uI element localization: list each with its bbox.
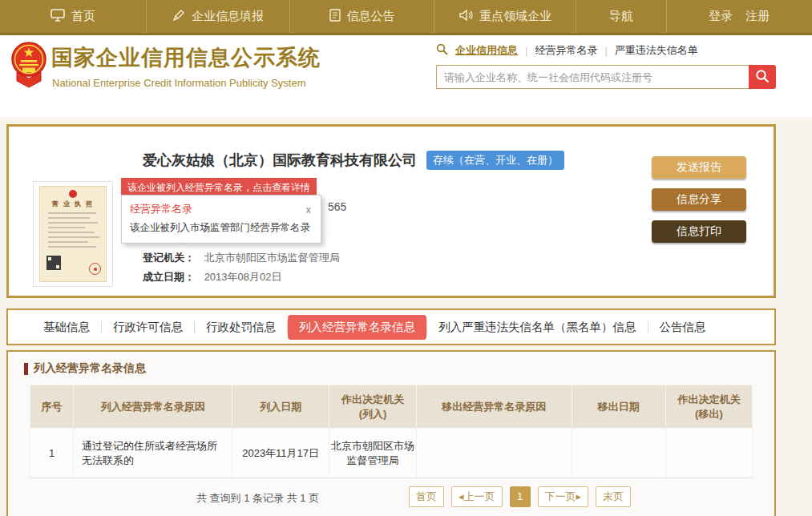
- search-button[interactable]: [749, 65, 776, 89]
- tab-serious-illegal-blacklist[interactable]: 列入严重违法失信名单（黑名单）信息: [427, 320, 648, 335]
- main-content: 营 业 执 照 爱心灰姑娘（北京）国际教育科技有限公司 存续（在营、开业、在册）…: [0, 117, 812, 516]
- pen-icon: [172, 9, 185, 24]
- col-header-deciding-authority-out: 作出决定机关 (移出): [665, 385, 752, 429]
- field-value: 2013年08月02日: [204, 271, 282, 283]
- cell-inclusion-date: 2023年11月17日: [232, 429, 329, 478]
- bulletin-icon: [329, 9, 341, 24]
- status-badge: 存续（在营、开业、在册）: [426, 151, 564, 170]
- search-bar: [436, 65, 776, 89]
- license-text-line: [48, 212, 96, 214]
- print-info-button[interactable]: 信息打印: [652, 220, 746, 243]
- search-scope-tabs: 企业信用信息 | 经营异常名录 | 严重违法失信名单: [436, 43, 776, 58]
- table-footer: 共 查询到 1 条记录 共 1 页 首页 ◂上一页 1 下一页▸ 末页: [8, 482, 774, 514]
- nav-item-label: 导航: [609, 9, 633, 24]
- cell-inclusion-reason: 通过登记的住所或者经营场所无法联系的: [74, 429, 232, 478]
- section-title: 列入经营异常名录信息: [34, 361, 146, 376]
- nav-item-label: 信息公告: [347, 9, 395, 24]
- license-text-line: [48, 227, 85, 228]
- license-title: 营 业 执 照: [40, 200, 106, 208]
- top-navigation: 首页 企业信息填报 信息公告 重点领域企业 导航 登录 注册: [0, 0, 812, 35]
- search-tab-illegal-list[interactable]: 严重违法失信名单: [615, 43, 698, 58]
- nav-item-label: 首页: [71, 9, 95, 24]
- col-header-inclusion-reason: 列入经营异常名录原因: [74, 385, 232, 429]
- table-header-row: 序号 列入经营异常名录原因 列入日期 作出决定机关 (列入) 移出经营异常名录原…: [30, 385, 753, 429]
- cell-removal-date: [572, 429, 665, 478]
- search-icon: [436, 43, 448, 58]
- field-label: 成立日期：: [143, 271, 195, 283]
- license-text-line: [48, 232, 95, 233]
- license-text-line: [48, 217, 90, 219]
- section-title-bar: [24, 363, 28, 375]
- company-name-row: 爱心灰姑娘（北京）国际教育科技有限公司 存续（在营、开业、在册）: [143, 151, 564, 170]
- abnormal-popup: 经营异常名录 x 该企业被列入市场监管部门经营异常名录: [121, 195, 321, 244]
- search-input[interactable]: [436, 65, 749, 89]
- col-header-removal-reason: 移出经营异常名录原因: [417, 385, 572, 429]
- section-title-row: 列入经营异常名录信息: [24, 361, 146, 376]
- first-page-button[interactable]: 首页: [409, 486, 444, 507]
- tab-abnormal-operations[interactable]: 列入经营异常名录信息: [288, 315, 426, 340]
- field-label: 登记机关：: [143, 252, 195, 264]
- monitor-icon: [50, 9, 65, 24]
- search-tab-credit-info[interactable]: 企业信用信息: [455, 43, 518, 58]
- license-text-line: [48, 241, 88, 243]
- business-license-thumbnail[interactable]: 营 业 执 照: [33, 181, 113, 287]
- search-area: 企业信用信息 | 经营异常名录 | 严重违法失信名单: [436, 43, 776, 89]
- tab-administrative-license[interactable]: 行政许可信息: [102, 320, 194, 335]
- field-value: 北京市朝阳区市场监督管理局: [204, 252, 340, 264]
- abnormal-list-card: 列入经营异常名录信息 序号 列入经营异常名录原因 列入日期 作出决定机关 (列入…: [6, 350, 776, 516]
- col-header-inclusion-date: 列入日期: [232, 385, 329, 429]
- nav-item-navigation-menu[interactable]: 导航: [576, 0, 667, 33]
- site-title: 国家企业信用信息公示系统: [51, 43, 321, 72]
- company-summary-card: 营 业 执 照 爱心灰姑娘（北京）国际教育科技有限公司 存续（在营、开业、在册）…: [6, 124, 776, 298]
- prev-page-button[interactable]: ◂上一页: [451, 486, 503, 507]
- abnormal-operations-table: 序号 列入经营异常名录原因 列入日期 作出决定机关 (列入) 移出经营异常名录原…: [30, 385, 753, 478]
- current-page-button[interactable]: 1: [510, 486, 531, 507]
- cell-deciding-authority-in: 北京市朝阳区市场监督管理局: [329, 429, 416, 478]
- site-header: 国家企业信用信息公示系统 National Enterprise Credit …: [0, 35, 812, 117]
- send-report-button[interactable]: 发送报告: [652, 156, 746, 179]
- field-establishment-date: 成立日期： 2013年08月02日: [143, 270, 340, 281]
- license-text-line: [48, 246, 96, 248]
- register-link[interactable]: 注册: [745, 9, 770, 24]
- last-page-button[interactable]: 末页: [596, 486, 631, 507]
- license-qr-code: [46, 256, 61, 270]
- pagination: 首页 ◂上一页 1 下一页▸ 末页: [409, 486, 631, 507]
- col-header-removal-date: 移出日期: [572, 385, 665, 429]
- detail-tabs-card: 基础信息 行政许可信息 行政处罚信息 列入经营异常名录信息 列入严重违法失信名单…: [6, 308, 776, 345]
- nav-item-auth: 登录 注册: [667, 0, 811, 33]
- nav-item-label: 重点领域企业: [479, 9, 551, 24]
- col-header-deciding-authority-in: 作出决定机关 (列入): [329, 385, 416, 429]
- record-summary: 共 查询到 1 条记录 共 1 页: [196, 491, 319, 506]
- site-subtitle: National Enterprise Credit Information P…: [52, 77, 305, 89]
- license-seal-icon: [89, 263, 101, 275]
- tab-administrative-penalty[interactable]: 行政处罚信息: [195, 320, 287, 335]
- nav-item-home[interactable]: 首页: [0, 0, 147, 33]
- divider: |: [525, 45, 527, 57]
- nav-item-key-field-enterprises[interactable]: 重点领域企业: [434, 0, 576, 33]
- divider: |: [604, 45, 607, 57]
- nav-item-announcements[interactable]: 信息公告: [290, 0, 434, 33]
- share-info-button[interactable]: 信息分享: [652, 188, 746, 211]
- search-tab-abnormal-list[interactable]: 经营异常名录: [535, 43, 597, 58]
- license-text-line: [48, 236, 99, 238]
- abnormal-popup-title: 经营异常名录: [130, 202, 192, 216]
- tab-basic-info[interactable]: 基础信息: [32, 320, 101, 335]
- license-text-line: [48, 222, 98, 224]
- abnormal-popup-body: 该企业被列入市场监管部门经营异常名录: [122, 218, 321, 243]
- cell-seq: 1: [30, 429, 74, 478]
- table-row: 1 通过登记的住所或者经营场所无法联系的 2023年11月17日 北京市朝阳区市…: [30, 429, 753, 478]
- search-icon: [755, 69, 770, 86]
- cell-deciding-authority-out: [665, 429, 752, 478]
- nav-item-label: 企业信息填报: [192, 9, 264, 24]
- credit-code-fragment: 565: [328, 200, 346, 213]
- login-link[interactable]: 登录: [709, 9, 733, 24]
- national-emblem: [10, 42, 47, 91]
- tab-announcement-info[interactable]: 公告信息: [648, 320, 717, 335]
- nav-item-enterprise-filing[interactable]: 企业信息填报: [147, 0, 290, 33]
- close-icon[interactable]: x: [306, 204, 312, 216]
- abnormal-popup-header: 经营异常名录 x: [122, 196, 321, 218]
- cell-removal-reason: [417, 429, 572, 478]
- speaker-icon: [459, 9, 473, 24]
- next-page-button[interactable]: 下一页▸: [538, 486, 589, 507]
- license-emblem-icon: [69, 190, 77, 198]
